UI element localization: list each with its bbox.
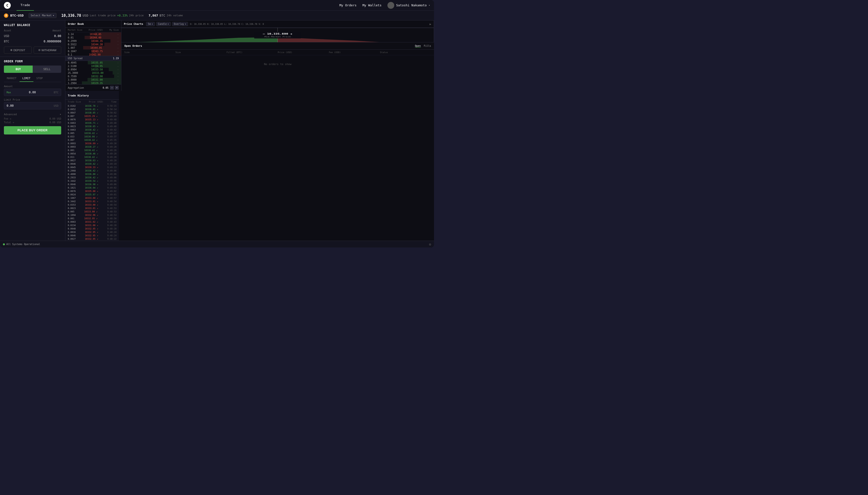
agg-increase-btn[interactable]: + <box>115 86 119 90</box>
th-row: 0.2933 10336.42 ↗ 9:49:06 <box>65 176 119 179</box>
limit-price-input[interactable]: 0.00 USD <box>4 102 61 109</box>
limit-price-group: Limit Price 0.00 USD <box>4 98 61 109</box>
market-pair-label: BTC-USD <box>10 14 24 17</box>
ob-aggregation: Aggregation 0.05 − + <box>65 84 121 91</box>
select-market-btn[interactable]: Select Market ▾ <box>29 13 56 18</box>
th-row: 0.3442 10333.01 ↗ 9:48:54 <box>65 200 119 203</box>
oo-empty: No orders to show <box>121 55 434 73</box>
th-row: 0.0054 10338.46 ↗ 9:49:20 <box>65 152 119 155</box>
th-row: 0.2968 10336.42 ↗ 9:49:06 <box>65 169 119 172</box>
center-content: Order Book Market Size Price (USD) My Si… <box>65 20 434 91</box>
ob-sell-row[interactable]: 0.2999 10344.35 - <box>65 39 121 42</box>
th-row: 0.001 10332.95 ↗ 9:48:50 <box>65 217 119 220</box>
open-tab[interactable]: Open <box>415 45 421 48</box>
market-pair: ₿ BTC-USD <box>4 13 24 18</box>
ob-sell-row[interactable]: 0.1 10342.90 - <box>65 53 121 56</box>
th-row: 0.0027 10338.63 ↗ 9:49:20 <box>65 159 119 162</box>
th-row: 0.007 10335.29 ↗ 9:49:49 <box>65 115 119 118</box>
btc-label: BTC <box>4 40 9 43</box>
side-col: Side <box>124 51 176 54</box>
th-row: 0.1094 10332.96 ↗ 9:48:53 <box>65 214 119 217</box>
place-order-button[interactable]: PLACE BUY ORDER <box>4 126 61 135</box>
ob-sell-row[interactable]: 0.1047 10343.75 - <box>65 49 121 53</box>
ob-buy-rows: 0.4045 10335.05 - 2.5100 10334.95 - 0.09… <box>65 61 121 84</box>
nav-my-wallets[interactable]: My Wallets <box>362 3 381 7</box>
wallet-row-usd: USD 0.00 <box>4 33 61 39</box>
limit-tab[interactable]: LIMIT <box>19 75 33 82</box>
nav-tab-trade[interactable]: Trade <box>17 0 34 11</box>
agg-decrease-btn[interactable]: − <box>110 86 114 90</box>
ob-header: Order Book <box>65 20 121 28</box>
ob-buy-row[interactable]: 1.2904 10329.35 - <box>65 81 121 84</box>
price-label: Last trade price <box>90 14 116 17</box>
spread-value: 1.19 <box>113 57 119 60</box>
market-bar: ₿ BTC-USD Select Market ▾ 10,336.78 USD … <box>0 11 434 20</box>
th-row: 0.033 10336.66 ↗ 9:49:37 <box>65 135 119 138</box>
th-row: 0.0045 10339.33 ↗ 9:49:13 <box>65 166 119 169</box>
th-row: 0.0027 10332.95 ↗ 9:48:22 <box>65 237 119 241</box>
agg-controls: − + <box>110 86 119 90</box>
oo-cols: Side Size Filled (BTC) Price (USD) Fee (… <box>121 50 434 55</box>
svg-text:Mid Market Price: Mid Market Price <box>264 36 291 37</box>
th-row: 0.4000 10336.80 ↗ 9:49:06 <box>65 172 119 176</box>
amount-value: 0.00 <box>29 91 36 94</box>
status-indicator: All Systems Operational <box>3 243 40 245</box>
settings-icon[interactable]: ⚙ <box>429 242 431 246</box>
th-row: 0.0093 10336.69 ↗ 9:49:30 <box>65 142 119 145</box>
ob-buy-row[interactable]: 3.0000 10331.00 - <box>65 78 121 81</box>
expand-icon[interactable]: ▶ <box>430 22 431 26</box>
ob-buy-row[interactable]: 2.5100 10334.95 - <box>65 64 121 68</box>
ob-sell-row[interactable]: 0.01 10344.40 - <box>65 36 121 39</box>
th-row: 0.0046 10339.42 ↗ 9:49:19 <box>65 162 119 166</box>
th-rows: 0.0102 10336.78 ↗ 9:50:15 0.0952 10336.8… <box>65 104 119 241</box>
size-col: Size <box>176 51 227 54</box>
user-section[interactable]: Satoshi Nakamoto ▾ <box>388 2 430 9</box>
th-row: 0.0083 10331.02 ↗ 9:48:43 <box>65 220 119 224</box>
status-dot <box>3 243 5 245</box>
timeframe-select[interactable]: 5m▾ <box>146 22 154 26</box>
withdraw-button[interactable]: ⊖ WITHDRAW <box>34 47 62 54</box>
fills-tab[interactable]: Fills <box>424 45 431 48</box>
user-avatar <box>388 2 394 9</box>
chart-type-select[interactable]: Candle▾ <box>156 22 171 26</box>
th-row: 0.0353 10333.00 ↗ 9:48:54 <box>65 203 119 207</box>
wallet-table: Asset Amount USD 0.00 BTC 0.00000000 <box>4 29 61 44</box>
app-logo[interactable]: C <box>4 2 11 9</box>
buy-sell-tabs: BUY SELL <box>4 66 61 73</box>
btc-amount: 0.00000000 <box>44 40 61 43</box>
overlay-select[interactable]: Overlay▾ <box>172 22 188 26</box>
max-label[interactable]: Max <box>6 91 11 94</box>
ob-sell-row[interactable]: 1.007 10344.05 - <box>65 46 121 49</box>
sell-tab[interactable]: SELL <box>33 66 62 73</box>
buy-tab[interactable]: BUY <box>4 66 33 73</box>
th-price-col: Price (USD) <box>89 101 103 103</box>
stop-tab[interactable]: STOP <box>33 75 46 82</box>
advanced-toggle[interactable]: Advanced ▾ <box>4 112 61 117</box>
wallet-title: Wallet Balance <box>4 23 61 27</box>
ob-buy-row[interactable]: 0.0984 10333.50 - <box>65 68 121 71</box>
th-row: 0.0048 10332.95 ↗ 9:48:28 <box>65 227 119 231</box>
order-form: Order Form BUY SELL MARKET LIMIT STOP Am… <box>0 57 65 241</box>
th-header: Trade History <box>65 91 119 100</box>
chart-ohlc: O: 10,338.05 H: 10,338.05 L: 10,336.78 C… <box>190 23 428 25</box>
chevron-down-icon: ▾ <box>429 4 430 6</box>
amount-col-header: Amount <box>52 29 61 32</box>
th-row: 0.0234 10331.00 ↗ 9:48:28 <box>65 224 119 227</box>
volume-info: 7,867 BTC 24h volume <box>148 14 183 17</box>
ob-sell-row[interactable]: 0.5922 10344.30 - <box>65 42 121 46</box>
wallet-actions: ⊕ DEPOSIT ⊖ WITHDRAW <box>4 47 61 54</box>
btc-icon: ₿ <box>4 13 8 18</box>
market-tab[interactable]: MARKET <box>4 75 19 82</box>
th-row: 0.0102 10336.78 ↗ 9:50:15 <box>65 104 119 108</box>
amount-input[interactable]: Max 0.00 BTC <box>4 89 61 96</box>
th-row: 0.1821 10336.94 ↗ 9:49:02 <box>65 186 119 189</box>
order-book-section: Order Book Market Size Price (USD) My Si… <box>65 20 121 91</box>
ob-sell-rows: 3.14 10344.45 - 0.01 10344.40 - 0.2999 1… <box>65 32 121 56</box>
ob-sell-row[interactable]: 3.14 10344.45 - <box>65 32 121 36</box>
ob-buy-row[interactable]: 0.7599 10332.90 - <box>65 74 121 78</box>
th-row: 0.007 10338.42 ↗ 9:45:35 <box>65 138 119 142</box>
ob-buy-row[interactable]: 0.4045 10335.05 - <box>65 61 121 64</box>
ob-buy-row[interactable]: 25.3000 10333.00 - <box>65 71 121 74</box>
nav-my-orders[interactable]: My Orders <box>339 3 357 7</box>
deposit-button[interactable]: ⊕ DEPOSIT <box>4 47 32 54</box>
